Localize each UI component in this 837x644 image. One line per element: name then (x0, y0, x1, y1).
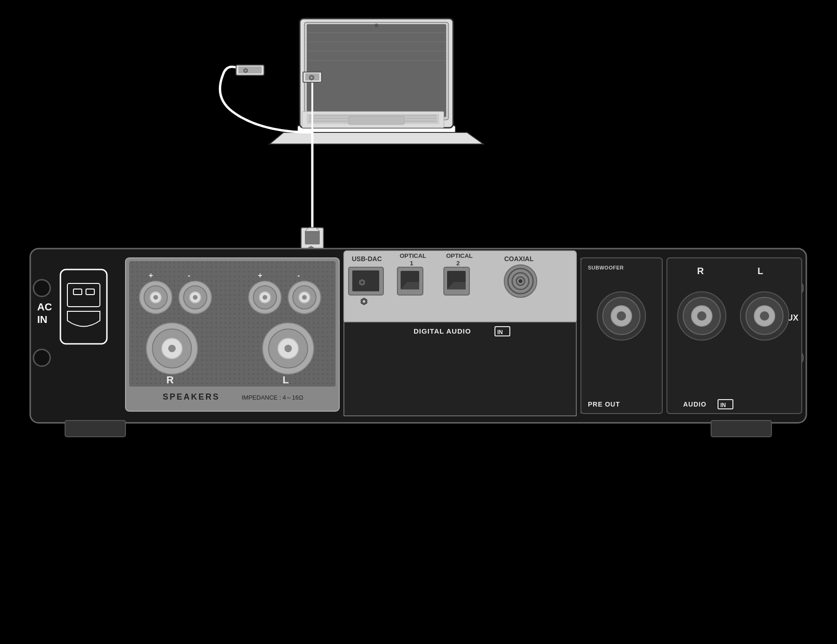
svg-text:+: + (149, 271, 153, 279)
svg-rect-123 (711, 421, 771, 437)
svg-rect-96 (344, 322, 576, 416)
svg-point-31 (786, 280, 803, 296)
svg-point-91 (508, 269, 533, 294)
svg-rect-1 (283, 132, 467, 139)
svg-rect-33 (60, 269, 107, 344)
svg-point-92 (512, 273, 529, 289)
svg-rect-120 (718, 400, 733, 409)
svg-text:IMPEDANCE : 4～16Ω: IMPEDANCE : 4～16Ω (242, 394, 303, 401)
svg-point-115 (740, 292, 789, 340)
svg-rect-40 (129, 261, 336, 387)
svg-point-47 (179, 281, 211, 314)
svg-point-60 (152, 329, 191, 368)
svg-point-62 (168, 345, 176, 352)
svg-text:PRE OUT: PRE OUT (588, 401, 620, 408)
usb-type-a-connector: ⏣ (303, 72, 322, 132)
svg-point-65 (278, 338, 298, 359)
svg-rect-18 (305, 73, 319, 80)
svg-point-48 (184, 286, 207, 309)
svg-point-112 (683, 297, 720, 335)
svg-text:OPTICAL: OPTICAL (446, 252, 473, 259)
svg-point-94 (519, 279, 522, 283)
svg-text:USB-DAC: USB-DAC (352, 255, 382, 263)
svg-text:⏣: ⏣ (359, 278, 365, 286)
svg-point-30 (33, 349, 50, 366)
svg-point-105 (617, 311, 626, 321)
svg-text:1: 1 (410, 260, 413, 267)
usb-type-b-connector: ⏣ (301, 228, 323, 253)
svg-text:OPTICAL: OPTICAL (400, 252, 426, 259)
svg-text:-: - (297, 271, 300, 279)
svg-rect-21 (301, 228, 323, 253)
svg-rect-3 (304, 22, 448, 120)
svg-rect-100 (581, 258, 662, 414)
svg-rect-28 (30, 249, 806, 423)
svg-rect-36 (86, 289, 94, 295)
svg-rect-22 (305, 231, 320, 244)
svg-point-49 (190, 292, 201, 303)
svg-text:+: + (258, 271, 262, 279)
svg-point-54 (263, 295, 267, 300)
svg-text:IN: IN (497, 329, 503, 335)
svg-point-102 (597, 292, 646, 340)
svg-rect-86 (397, 267, 423, 295)
svg-text:2: 2 (456, 260, 460, 267)
svg-rect-34 (67, 283, 100, 307)
svg-text:-: - (188, 271, 190, 279)
svg-point-63 (263, 323, 314, 374)
svg-rect-25 (236, 65, 264, 75)
svg-point-45 (150, 292, 161, 303)
svg-rect-89 (447, 271, 466, 289)
svg-rect-95 (344, 322, 576, 416)
svg-point-59 (146, 323, 198, 374)
svg-point-61 (162, 338, 182, 359)
svg-point-104 (611, 306, 632, 326)
svg-rect-122 (65, 421, 125, 437)
svg-rect-39 (125, 258, 339, 411)
svg-text:L: L (758, 266, 763, 276)
svg-point-56 (293, 286, 316, 309)
svg-rect-107 (667, 258, 802, 414)
svg-point-66 (284, 345, 292, 352)
svg-marker-23 (305, 228, 320, 231)
svg-point-116 (746, 297, 783, 335)
svg-point-53 (259, 292, 270, 303)
svg-text:DIGITAL AUDIO: DIGITAL AUDIO (414, 327, 471, 335)
svg-rect-13 (309, 120, 437, 122)
svg-point-55 (288, 281, 321, 314)
svg-point-44 (144, 286, 167, 309)
svg-text:R: R (697, 266, 704, 276)
svg-text:AC: AC (37, 301, 52, 313)
svg-rect-26 (238, 66, 262, 73)
svg-text:⏣: ⏣ (309, 74, 314, 81)
svg-point-52 (253, 286, 277, 309)
svg-rect-83 (352, 270, 379, 291)
svg-rect-82 (349, 267, 383, 295)
svg-text:IN: IN (720, 402, 726, 408)
svg-point-113 (692, 306, 712, 326)
svg-rect-2 (300, 19, 453, 128)
svg-point-51 (249, 281, 281, 314)
svg-point-43 (139, 281, 172, 314)
svg-point-50 (193, 295, 198, 300)
svg-rect-87 (401, 271, 419, 289)
svg-point-103 (603, 297, 640, 335)
svg-rect-0 (297, 125, 455, 134)
svg-text:SPEAKERS: SPEAKERS (163, 392, 220, 401)
svg-text:AUDIO: AUDIO (683, 401, 706, 408)
svg-rect-11 (309, 115, 437, 117)
svg-rect-17 (303, 72, 322, 82)
svg-text:⏣: ⏣ (243, 67, 248, 74)
svg-rect-9 (302, 112, 444, 128)
laptop-illustration (270, 19, 483, 144)
svg-text:SUBWOOFER: SUBWOOFER (588, 265, 624, 270)
svg-point-93 (516, 277, 525, 285)
svg-rect-14 (349, 116, 404, 125)
svg-rect-98 (495, 327, 510, 336)
svg-rect-35 (73, 289, 82, 295)
svg-point-90 (504, 265, 537, 297)
svg-point-64 (269, 329, 308, 368)
svg-point-111 (678, 292, 726, 340)
svg-point-117 (754, 306, 775, 326)
svg-text:⏣: ⏣ (360, 297, 368, 306)
